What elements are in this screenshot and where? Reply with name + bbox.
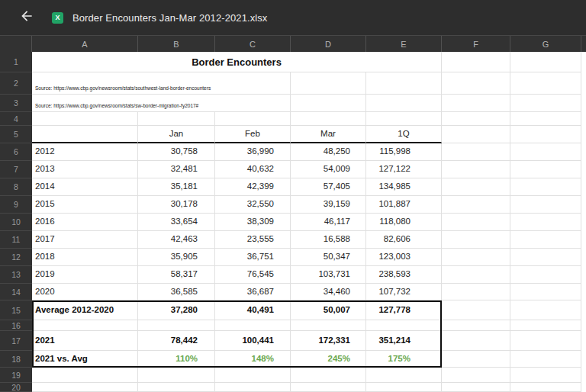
cell-F15[interactable] xyxy=(442,300,510,320)
cell-E8[interactable]: 134,985 xyxy=(366,178,442,196)
row-header-17[interactable]: 17 xyxy=(0,331,32,351)
cell-E19[interactable] xyxy=(366,368,442,383)
column-header-D[interactable]: D xyxy=(291,36,366,52)
cell-A20[interactable] xyxy=(32,383,138,392)
cell-B18[interactable]: 110% xyxy=(138,351,215,368)
cell-A18-summary-label[interactable]: 2021 vs. Avg xyxy=(32,351,138,368)
cell-E3[interactable] xyxy=(366,95,442,112)
cell-B14[interactable]: 36,585 xyxy=(138,284,215,300)
cell-C20[interactable] xyxy=(215,383,291,392)
cell-A19[interactable] xyxy=(32,368,138,383)
cell-C15[interactable]: 40,491 xyxy=(215,300,291,320)
cell-E17[interactable]: 351,214 xyxy=(366,331,442,351)
cell-B8[interactable]: 35,181 xyxy=(138,178,215,196)
cell-A13-year[interactable]: 2019 xyxy=(32,266,138,284)
cell-B9[interactable]: 30,178 xyxy=(138,196,215,214)
cell-A2-source-note[interactable]: Source: https://www.cbp.gov/newsroom/sta… xyxy=(32,72,291,95)
cell-A8-year[interactable]: 2014 xyxy=(32,178,138,196)
cell-B5-header[interactable]: Jan xyxy=(138,126,215,143)
cell-F5[interactable] xyxy=(442,126,510,143)
cell-A1-sheet-title[interactable]: Border Encounters xyxy=(32,52,442,72)
row-header-19[interactable]: 19 xyxy=(0,368,32,383)
cell-D18[interactable]: 245% xyxy=(291,351,366,368)
cell-F4[interactable] xyxy=(442,112,510,126)
cell-A12-year[interactable]: 2018 xyxy=(32,249,138,266)
cell-F11[interactable] xyxy=(442,231,510,249)
cell-D2[interactable] xyxy=(291,72,366,95)
column-header-B[interactable]: B xyxy=(138,36,215,52)
column-header-F[interactable]: F xyxy=(442,36,510,52)
column-header-E[interactable]: E xyxy=(366,36,442,52)
cell-B16[interactable] xyxy=(138,320,215,331)
column-header-C[interactable]: C xyxy=(215,36,291,52)
cell-E5-header[interactable]: 1Q xyxy=(366,126,442,143)
cell-F1[interactable] xyxy=(442,52,510,72)
cell-F16[interactable] xyxy=(442,320,510,331)
cell-C4[interactable] xyxy=(215,112,291,126)
row-header-11[interactable]: 11 xyxy=(0,231,32,249)
cell-F12[interactable] xyxy=(442,249,510,266)
cell-D9[interactable]: 39,159 xyxy=(291,196,366,214)
cell-B7[interactable]: 32,481 xyxy=(138,161,215,178)
row-header-4[interactable]: 4 xyxy=(0,112,32,126)
cell-G10[interactable] xyxy=(510,214,581,231)
row-header-10[interactable]: 10 xyxy=(0,214,32,231)
cell-B4[interactable] xyxy=(138,112,215,126)
cell-A16[interactable] xyxy=(32,320,138,331)
cell-D13[interactable]: 103,731 xyxy=(291,266,366,284)
cell-D20[interactable] xyxy=(291,383,366,392)
row-header-3[interactable]: 3 xyxy=(0,95,32,112)
cell-B19[interactable] xyxy=(138,368,215,383)
row-header-14[interactable]: 14 xyxy=(0,284,32,300)
cell-G12[interactable] xyxy=(510,249,581,266)
cell-G4[interactable] xyxy=(510,112,581,126)
cell-E11[interactable]: 82,606 xyxy=(366,231,442,249)
row-header-18[interactable]: 18 xyxy=(0,351,32,368)
cell-G8[interactable] xyxy=(510,178,581,196)
cell-A4[interactable] xyxy=(32,112,138,126)
cell-E12[interactable]: 123,003 xyxy=(366,249,442,266)
cell-A5[interactable] xyxy=(32,126,138,143)
cell-D4[interactable] xyxy=(291,112,366,126)
cell-E16[interactable] xyxy=(366,320,442,331)
cell-E18[interactable]: 175% xyxy=(366,351,442,368)
cell-G11[interactable] xyxy=(510,231,581,249)
cell-D8[interactable]: 57,405 xyxy=(291,178,366,196)
row-header-20[interactable]: 20 xyxy=(0,383,32,392)
row-header-6[interactable]: 6 xyxy=(0,143,32,161)
cell-D6[interactable]: 48,250 xyxy=(291,143,366,161)
row-header-7[interactable]: 7 xyxy=(0,161,32,178)
cell-G18[interactable] xyxy=(510,351,581,368)
row-header-5[interactable]: 5 xyxy=(0,126,32,143)
cell-C13[interactable]: 76,545 xyxy=(215,266,291,284)
cell-F7[interactable] xyxy=(442,161,510,178)
cell-B6[interactable]: 30,758 xyxy=(138,143,215,161)
cell-F6[interactable] xyxy=(442,143,510,161)
cell-C11[interactable]: 23,555 xyxy=(215,231,291,249)
select-all-corner[interactable] xyxy=(0,36,32,52)
cell-E13[interactable]: 238,593 xyxy=(366,266,442,284)
row-header-8[interactable]: 8 xyxy=(0,178,32,196)
row-header-9[interactable]: 9 xyxy=(0,196,32,214)
row-header-1[interactable]: 1 xyxy=(0,52,32,72)
cell-B17[interactable]: 78,442 xyxy=(138,331,215,351)
column-header-G[interactable]: G xyxy=(510,36,581,52)
cell-G17[interactable] xyxy=(510,331,581,351)
cell-C8[interactable]: 42,399 xyxy=(215,178,291,196)
cell-D10[interactable]: 46,117 xyxy=(291,214,366,231)
cell-G1[interactable] xyxy=(510,52,581,72)
row-header-15[interactable]: 15 xyxy=(0,300,32,320)
cell-B20[interactable] xyxy=(138,383,215,392)
cell-F13[interactable] xyxy=(442,266,510,284)
cell-G19[interactable] xyxy=(510,368,581,383)
cell-D7[interactable]: 54,009 xyxy=(291,161,366,178)
cell-A9-year[interactable]: 2015 xyxy=(32,196,138,214)
cell-C17[interactable]: 100,441 xyxy=(215,331,291,351)
cell-E20[interactable] xyxy=(366,383,442,392)
cell-D16[interactable] xyxy=(291,320,366,331)
cell-D11[interactable]: 16,588 xyxy=(291,231,366,249)
cell-C12[interactable]: 36,751 xyxy=(215,249,291,266)
cell-D3[interactable] xyxy=(291,95,366,112)
cell-C9[interactable]: 32,550 xyxy=(215,196,291,214)
cell-E14[interactable]: 107,732 xyxy=(366,284,442,300)
